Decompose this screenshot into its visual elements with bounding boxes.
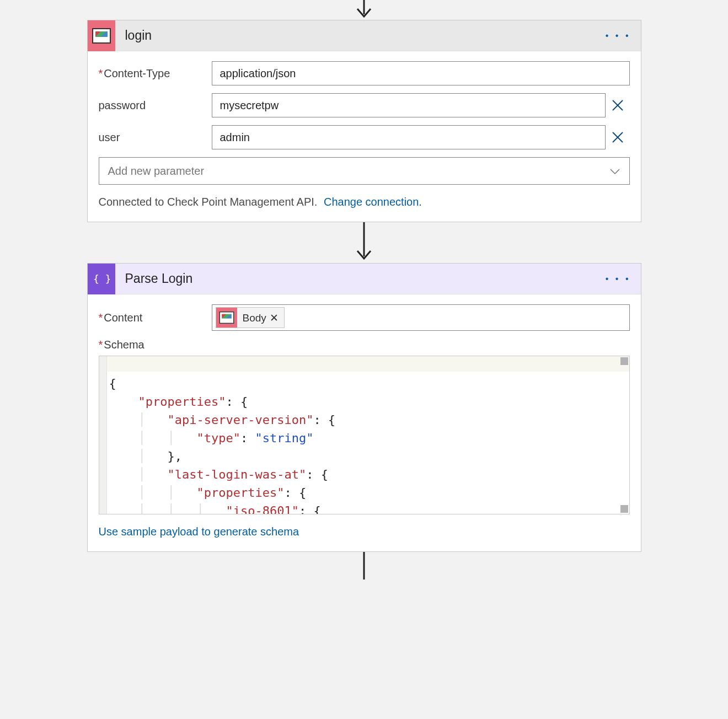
add-parameter-placeholder: Add new parameter [108,165,205,178]
password-remove-button[interactable] [606,99,630,111]
password-input[interactable] [212,93,606,117]
login-connector-icon [88,20,115,51]
arrow-down-icon [353,552,375,580]
content-input[interactable]: Body✕ [212,304,630,331]
add-parameter-dropdown[interactable]: Add new parameter [99,157,630,185]
parse-card-title: Parse Login [115,271,193,286]
flow-connector-bottom [0,552,728,580]
flow-connector-mid [0,222,728,263]
parse-card-body: *Content Body✕ *Schema { "properties": {… [88,294,641,551]
arrow-down-icon [353,222,375,263]
login-card-header[interactable]: login • • • [88,20,641,51]
login-connector-icon [216,308,237,328]
arrow-down-icon [353,0,375,20]
editor-scrollbar[interactable] [620,357,628,365]
password-row: password [99,93,630,117]
parse-json-icon: { } [88,264,115,294]
parse-login-card: { } Parse Login • • • *Content Body✕ *Sc… [87,263,641,552]
login-action-card: login • • • *Content-Type password user … [87,20,641,222]
sample-payload-link[interactable]: Use sample payload to generate schema [99,525,299,538]
user-row: user [99,125,630,149]
content-row: *Content Body✕ [99,304,630,331]
editor-scrollbar[interactable] [620,505,628,513]
login-card-body: *Content-Type password user Add new para… [88,51,641,222]
parse-card-header[interactable]: { } Parse Login • • • [88,264,641,294]
content-label: *Content [99,312,212,324]
flow-connector-top [0,0,728,20]
login-card-title: login [115,28,152,43]
svg-text:{ }: { } [93,273,110,285]
user-remove-button[interactable] [606,131,630,143]
content-type-input[interactable] [212,61,630,85]
connection-info: Connected to Check Point Management API.… [99,196,630,208]
content-type-label: *Content-Type [99,67,212,80]
user-label: user [99,131,212,144]
editor-gutter [99,356,107,514]
change-connection-link[interactable]: Change connection. [324,196,422,208]
password-label: password [99,99,212,112]
close-icon [612,99,624,111]
parse-card-menu-button[interactable]: • • • [606,274,631,284]
schema-code: { "properties": { │ "api-server-version"… [109,356,619,514]
body-token-remove[interactable]: ✕ [270,312,279,324]
login-card-menu-button[interactable]: • • • [606,31,631,41]
schema-label: *Schema [99,339,212,351]
content-type-row: *Content-Type [99,61,630,85]
close-icon [612,131,624,143]
body-token-label: Body [243,312,266,324]
chevron-down-icon [609,165,620,178]
body-token[interactable]: Body✕ [216,307,285,328]
connection-text: Connected to Check Point Management API. [99,196,318,208]
user-input[interactable] [212,125,606,149]
schema-editor[interactable]: { "properties": { │ "api-server-version"… [99,356,630,514]
